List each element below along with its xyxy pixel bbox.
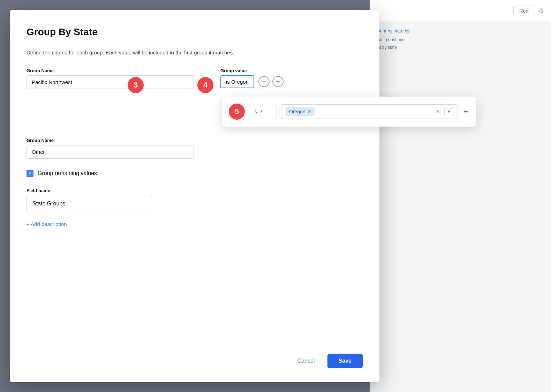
step-badge-4: 4 [197, 77, 213, 93]
add-filter-button[interactable]: + [462, 107, 469, 116]
operator-chevron-icon: ▼ [260, 110, 263, 113]
step-badge-5: 5 [229, 104, 245, 120]
group1-actions: − + [258, 76, 284, 87]
group-row-2: Group Name [27, 138, 363, 159]
dialog: Group By State Define the criteria for e… [10, 10, 379, 382]
field-name-section: Field name [27, 188, 363, 211]
group1-value-label: Group value [220, 68, 363, 73]
group1-name-input[interactable] [27, 75, 194, 89]
save-button[interactable]: Save [327, 354, 363, 368]
group-row-1: Group Name 3 4 Group value is Oregon − +… [27, 68, 363, 89]
group2-name-label: Group Name [27, 138, 194, 143]
gear-icon[interactable]: ⚙ [538, 7, 544, 15]
add-condition-button[interactable]: + [272, 76, 284, 87]
operator-dropdown[interactable]: is ▼ [249, 105, 277, 118]
remove-oregon-icon[interactable]: ✕ [308, 109, 311, 114]
group1-name-label: Group Name [27, 68, 194, 73]
group1-name-col: Group Name [27, 68, 194, 89]
group1-value-col: Group value is Oregon − + [199, 68, 363, 88]
value-tag-container: Oregon ✕ ✕ ▼ [281, 104, 458, 119]
group-remaining-checkbox[interactable]: ✓ [27, 170, 33, 177]
group2-name-col: Group Name [27, 138, 194, 159]
panel-content: count by state by order count and unt by… [370, 22, 551, 55]
run-button[interactable]: Run [513, 6, 534, 16]
oregon-tag-label: Oregon [289, 109, 305, 114]
checkbox-check-icon: ✓ [28, 171, 32, 176]
background-panel: Run ⚙ count by state by order count and … [370, 0, 551, 392]
field-name-label: Field name [27, 188, 363, 193]
step-badge-3: 3 [128, 77, 144, 93]
group-remaining-label: Group remaining values [38, 170, 97, 176]
panel-header: Run ⚙ [370, 0, 551, 22]
checkbox-row: ✓ Group remaining values [27, 170, 363, 177]
bg-text-gray-1: order count and [375, 37, 545, 42]
bg-text-blue-1: count by state by [375, 28, 545, 35]
add-description-link[interactable]: + Add description [27, 221, 363, 227]
group1-value-pill[interactable]: is Oregon [220, 75, 254, 88]
dialog-description: Define the criteria for each group. Each… [27, 49, 363, 57]
cancel-button[interactable]: Cancel [290, 354, 322, 368]
operator-label: is [254, 109, 257, 114]
dialog-footer: Cancel Save [27, 345, 363, 368]
group2-name-input[interactable] [27, 145, 194, 159]
bg-text-gray-2: unt by state [375, 45, 545, 50]
values-chevron-icon[interactable]: ▼ [444, 108, 453, 115]
field-name-input[interactable] [27, 196, 152, 211]
oregon-tag: Oregon ✕ [286, 107, 315, 116]
clear-values-icon[interactable]: ✕ [434, 108, 441, 115]
dialog-title: Group By State [27, 27, 363, 38]
filter-dropdown-popup: 5 is ▼ Oregon ✕ ✕ ▼ + [222, 97, 476, 127]
remove-condition-button[interactable]: − [258, 76, 270, 87]
